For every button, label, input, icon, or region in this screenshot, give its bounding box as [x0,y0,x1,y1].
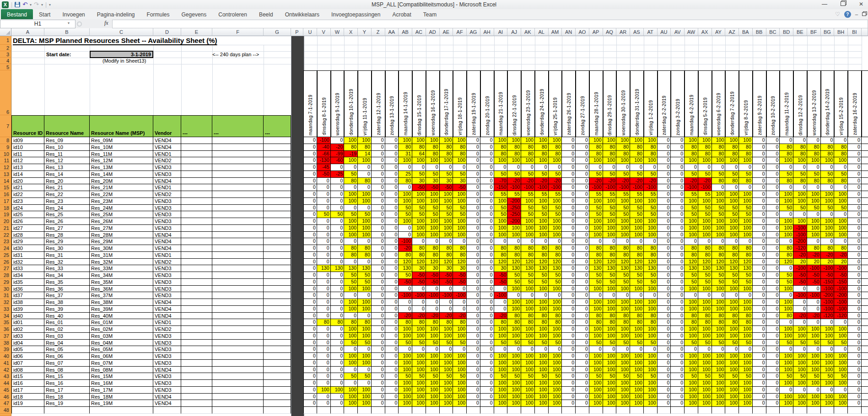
cell-F18[interactable] [212,205,264,212]
cell-V17[interactable]: 0 [317,198,331,205]
cell-AB25[interactable]: 80 [399,252,412,259]
cell-D8[interactable]: VEND4 [153,137,181,144]
cell-AR24[interactable]: 80 [616,245,630,252]
cell-B38[interactable]: Res_04 [44,340,90,347]
column-title-resource-name-msp[interactable]: Resource Name (MSP) [90,115,153,137]
cell-AE10[interactable]: 80 [440,151,453,158]
cell-AJ40[interactable]: 100 [507,353,521,360]
cell-AN36[interactable]: 0 [562,326,576,333]
cell-D37[interactable]: VEND3 [153,333,181,340]
cell-G30[interactable] [264,286,291,293]
cell-partial-33[interactable] [862,306,868,313]
cell-BC19[interactable]: 0 [766,211,780,218]
cell-AO27[interactable]: 0 [576,265,589,272]
cell-BH16[interactable]: 100 [834,191,848,198]
cell-AZ34[interactable]: 80 [725,313,739,320]
cell-D31[interactable]: VEND3 [153,292,181,299]
cell-BG34[interactable]: -120 [821,313,835,320]
cell-AS31[interactable]: 0 [630,292,644,299]
cell-AO14[interactable]: 0 [576,178,589,185]
cell-AT47[interactable]: 100 [644,400,658,407]
cell-D28[interactable]: VEND3 [153,272,181,279]
cell-AD23[interactable]: 0 [426,238,440,245]
cell-AH13[interactable]: 0 [480,171,494,178]
cell-C35[interactable]: Res_01M [90,319,153,326]
cell-BI20[interactable]: 0 [848,218,862,225]
cell-AB8[interactable]: 100 [399,137,412,144]
cell-partial-23[interactable] [862,238,868,245]
cell-AH47[interactable]: 0 [480,400,494,407]
col-header-AS[interactable]: AS [630,28,644,36]
cell-AW32[interactable]: 100 [685,299,698,306]
cell-G25[interactable] [264,252,291,259]
cell-BF42[interactable]: 100 [807,367,821,373]
cell-AD35[interactable]: 80 [426,319,440,326]
col-header-AV[interactable]: AV [671,28,685,36]
cell-Z48[interactable] [372,407,385,414]
cell-AT35[interactable]: 80 [644,319,658,326]
cell-AX48[interactable] [698,407,712,414]
cell-BI31[interactable]: 0 [848,292,862,299]
cell-A47[interactable]: id19 [11,400,44,407]
cell-B22[interactable]: Res_28 [44,232,90,239]
cell-AI13[interactable]: 50 [494,171,508,178]
cell-AZ47[interactable]: 100 [725,400,739,407]
cell-AJ34[interactable]: 80 [507,313,521,320]
cell-BB48[interactable] [753,407,766,414]
cell-A23[interactable]: id29 [11,238,44,245]
cell-F31[interactable] [212,292,264,299]
cell-AK46[interactable]: 100 [521,394,535,400]
cell-AX11[interactable]: 100 [698,157,712,164]
cell-AD46[interactable]: 100 [426,394,440,400]
cell-BD27[interactable]: 0 [780,265,793,272]
cell-AW37[interactable]: 100 [685,333,698,340]
cell-AX12[interactable]: 0 [698,164,712,171]
cell-AV26[interactable]: 0 [671,259,685,266]
cell-G39[interactable] [264,346,291,353]
cell-AN16[interactable]: 0 [562,191,576,198]
cell-AT24[interactable]: 80 [644,245,658,252]
cell-AH17[interactable]: 0 [480,198,494,205]
cell-AX44[interactable]: 100 [698,380,712,387]
window-restore-icon[interactable] [862,11,866,17]
cell-V28[interactable]: 0 [317,272,331,279]
cell-AR42[interactable]: 100 [616,367,630,373]
cell-AM16[interactable]: 55 [549,191,562,198]
cell-AU38[interactable]: 0 [658,340,671,347]
date-header-BB[interactable]: zaterdag 9-2-2019 [753,70,766,137]
cell-E22[interactable] [181,232,212,239]
cell-AA40[interactable]: 0 [385,353,399,360]
cell-BC42[interactable]: 0 [766,367,780,373]
tab-team[interactable]: Team [417,9,442,19]
cell-A32[interactable]: id38 [11,299,44,306]
cell-BB14[interactable]: 0 [753,178,766,185]
cell-AH29[interactable]: 0 [480,279,494,286]
cell-AF20[interactable]: 100 [453,218,467,225]
cell-BG22[interactable]: 100 [821,232,835,239]
cell-BA41[interactable]: 100 [739,360,753,367]
cell-AU19[interactable]: 0 [658,211,671,218]
cell-AG18[interactable]: 0 [467,205,480,212]
cell-partial-38[interactable] [862,340,868,347]
cell-AX37[interactable]: 100 [698,333,712,340]
cell-AH40[interactable]: 0 [480,353,494,360]
cell-AR20[interactable]: 100 [616,218,630,225]
cell-BG25[interactable]: -20 [821,252,835,259]
cell-BG41[interactable]: 100 [821,360,835,367]
col-header-BH[interactable]: BH [834,28,848,36]
cell-AW42[interactable]: 100 [685,367,698,373]
cell-F35[interactable] [212,319,264,326]
cell-AH32[interactable]: 0 [480,299,494,306]
cell-G42[interactable] [264,367,291,373]
cell-Y33[interactable]: 100 [358,306,372,313]
cell-AD31[interactable]: -100 [426,292,440,299]
cell-AO32[interactable]: 0 [576,299,589,306]
cell-AO30[interactable]: 0 [576,286,589,293]
cell-BG33[interactable]: -100 [821,306,835,313]
cell-AK16[interactable]: 55 [521,191,535,198]
cell-W27[interactable]: 130 [331,265,345,272]
cell-AH30[interactable]: 0 [480,286,494,293]
cell-BI25[interactable]: 0 [848,252,862,259]
cell-F10[interactable] [212,151,264,158]
cell-BF19[interactable]: 0 [807,211,821,218]
